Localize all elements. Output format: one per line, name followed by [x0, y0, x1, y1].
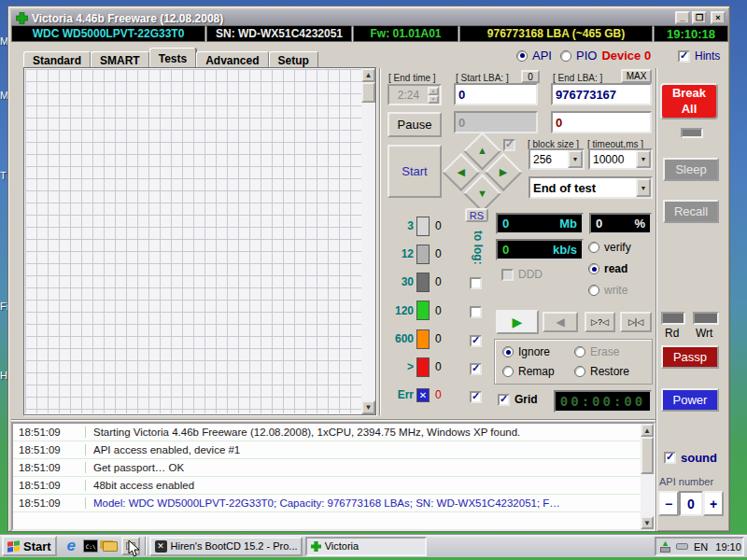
- language-indicator[interactable]: EN: [694, 541, 708, 553]
- to-log-checkbox-over[interactable]: ✓: [470, 363, 482, 375]
- speed-display: 0 kb/s: [496, 239, 584, 260]
- drive-tray-icon[interactable]: [676, 543, 688, 550]
- close-button[interactable]: ×: [711, 11, 726, 24]
- end-lba-input[interactable]: 976773167: [551, 83, 652, 105]
- safely-remove-icon[interactable]: ▲: [659, 540, 672, 553]
- timing-swatch: [416, 217, 430, 236]
- busy-led: [681, 128, 703, 138]
- internet-explorer-icon[interactable]: e: [63, 538, 80, 555]
- mode-verify[interactable]: verify: [588, 241, 631, 254]
- victoria-cross-icon: [311, 541, 321, 552]
- timing-swatch: [416, 245, 430, 264]
- start-button[interactable]: Start: [388, 145, 442, 198]
- end-of-test-select[interactable]: End of test ▼: [529, 176, 653, 199]
- back-button[interactable]: ◀: [543, 312, 578, 332]
- task-button-hirens[interactable]: ✕ Hiren's BootCD 15.2 - Pro...: [149, 537, 303, 556]
- app-cross-icon: [16, 12, 28, 24]
- to-log-checkbox-err[interactable]: ✓: [470, 391, 482, 403]
- ignore-label: Ignore: [518, 345, 550, 358]
- passp-button[interactable]: Passp: [661, 345, 719, 369]
- sleep-button[interactable]: Sleep: [663, 158, 719, 181]
- start-lba-input[interactable]: 0: [454, 83, 538, 105]
- pause-button[interactable]: Pause: [388, 112, 442, 137]
- grid-toggle[interactable]: ✓ Grid: [498, 393, 538, 406]
- scroll-down-arrow-icon[interactable]: ▼: [361, 400, 375, 414]
- log-time: 18:51:09: [13, 444, 86, 455]
- tab-standard[interactable]: Standard: [23, 51, 91, 68]
- log-row: 18:51:09 48bit access enabled: [13, 477, 654, 495]
- pio-radio[interactable]: [560, 50, 571, 62]
- log-scrollbar[interactable]: ▲ ▼: [641, 424, 654, 529]
- mode-read[interactable]: read: [588, 262, 627, 275]
- log-message: Model: WDC WD5000LPVT-22G33T0; Capacity:…: [86, 497, 560, 509]
- graph-scrollbar-thumb[interactable]: [361, 82, 375, 103]
- log-area[interactable]: 18:51:09 Starting Victoria 4.46b Freewar…: [11, 422, 655, 531]
- maximize-button[interactable]: ❒: [692, 11, 707, 24]
- sound-toggle[interactable]: ✓ sound: [664, 451, 717, 465]
- action-remap[interactable]: Remap: [502, 365, 555, 378]
- timeout-select[interactable]: 10000 ▼: [588, 148, 653, 170]
- system-tray: ▲ EN 19:10: [655, 537, 744, 556]
- action-restore[interactable]: Restore: [574, 365, 629, 378]
- log-row: [13, 512, 654, 530]
- timing-label: 30: [389, 275, 414, 288]
- api-radio[interactable]: [516, 50, 528, 62]
- break-all-button[interactable]: Break All: [660, 83, 718, 119]
- scroll-down-arrow-icon[interactable]: ▼: [641, 516, 654, 529]
- to-log-checkbox-30[interactable]: [470, 277, 482, 289]
- block-size-select[interactable]: 256 ▼: [529, 148, 585, 170]
- hints-checkbox[interactable]: ✓: [678, 50, 690, 63]
- timing-rows: 3 0 12 0 30 0 120 0 600 0 > 0: [389, 212, 464, 409]
- log-scrollbar-thumb[interactable]: [641, 437, 654, 474]
- task-label: Victoria: [325, 540, 359, 552]
- check-icon: ✓: [680, 50, 688, 61]
- chevron-down-icon[interactable]: ▼: [636, 178, 651, 197]
- desktop-icon-label-fragment: T: [0, 170, 7, 181]
- log-time: 18:51:09: [13, 427, 86, 438]
- drive-capacity: 976773168 LBA (~465 GB): [459, 25, 653, 42]
- mouse-cursor: [128, 539, 141, 558]
- mode-write: write: [588, 284, 627, 297]
- api-number-minus-button[interactable]: −: [658, 491, 679, 516]
- window-controls: _ ❒ ×: [673, 11, 726, 24]
- right-triangle-icon: ▶: [500, 167, 507, 177]
- graph-scrollbar[interactable]: ▲ ▼: [361, 68, 375, 414]
- scroll-up-arrow-icon[interactable]: ▲: [641, 424, 654, 437]
- to-log-checkbox-600[interactable]: ✓: [470, 335, 482, 347]
- action-ignore[interactable]: Ignore: [502, 345, 550, 358]
- drive-serial: SN: WD-WX51C4232051: [206, 25, 352, 42]
- seek-question-button[interactable]: ▷?◁: [585, 312, 615, 332]
- timing-swatch: [416, 357, 430, 377]
- timing-count: 0: [435, 388, 442, 401]
- surface-graph-area: ▲ ▼: [23, 67, 376, 415]
- start-lba-zero-button[interactable]: 0: [521, 70, 540, 83]
- tab-advanced[interactable]: Advanced: [196, 51, 268, 68]
- task-button-victoria[interactable]: Victoria: [305, 537, 427, 556]
- api-number-spinner: − 0 +: [658, 491, 724, 516]
- check-icon: ✓: [505, 139, 514, 149]
- start-button[interactable]: Start: [2, 536, 57, 556]
- back-triangle-icon: ◀: [556, 315, 564, 329]
- tab-smart[interactable]: SMART: [91, 51, 149, 68]
- timing-label: 600: [389, 332, 414, 345]
- max-lba-button[interactable]: MAX: [621, 69, 652, 83]
- seek-end-button[interactable]: ▷|◁: [620, 312, 652, 332]
- task-label: Hiren's BootCD 15.2 - Pro...: [171, 540, 297, 552]
- recall-button[interactable]: Recall: [663, 200, 719, 223]
- command-prompt-icon[interactable]: C:\: [82, 538, 100, 555]
- to-log-checkbox-120[interactable]: [470, 306, 482, 318]
- timing-count: 0: [435, 360, 442, 373]
- chevron-down-icon[interactable]: ▼: [636, 150, 651, 168]
- chevron-down-icon[interactable]: ▼: [568, 150, 583, 168]
- play-button[interactable]: ▶: [496, 310, 539, 334]
- minimize-button[interactable]: _: [675, 11, 690, 24]
- power-button[interactable]: Power: [661, 388, 719, 412]
- check-icon: ✓: [472, 391, 480, 401]
- tab-setup[interactable]: Setup: [269, 51, 318, 68]
- scroll-up-arrow-icon[interactable]: ▲: [361, 68, 375, 82]
- pio-radio-label: PIO: [576, 49, 597, 63]
- rs-reset-button[interactable]: RS: [465, 208, 488, 222]
- folder-icon[interactable]: [102, 538, 120, 555]
- api-number-plus-button[interactable]: +: [703, 491, 724, 516]
- tab-tests[interactable]: Tests: [149, 48, 196, 68]
